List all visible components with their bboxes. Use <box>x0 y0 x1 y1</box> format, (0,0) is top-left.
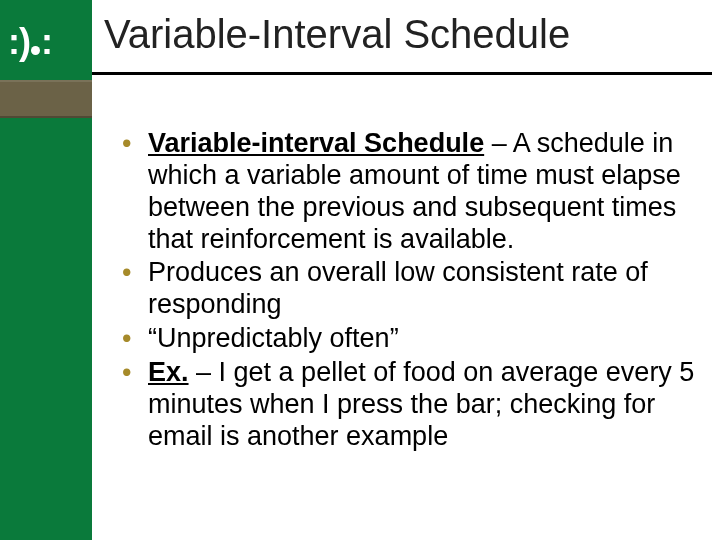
bullet-text: I get a pellet of food on average every … <box>148 357 694 451</box>
bullet-item: Ex. – I get a pellet of food on average … <box>120 357 700 453</box>
bullet-sep: – <box>484 128 513 158</box>
bullet-term: Ex. <box>148 357 189 387</box>
paren-icon: ) <box>19 21 30 62</box>
bullet-sep: – <box>189 357 219 387</box>
colon-icon: : <box>41 21 52 62</box>
slide-body: Variable-interval Schedule – A schedule … <box>120 128 700 455</box>
bullet-term: Variable-interval Schedule <box>148 128 484 158</box>
bullet-item: Produces an overall low consistent rate … <box>120 257 700 321</box>
bullet-text: “Unpredictably often” <box>148 323 399 353</box>
bullet-text: Produces an overall low consistent rate … <box>148 257 648 319</box>
title-rule <box>92 72 712 75</box>
logo-smiley: :): <box>8 24 52 60</box>
colon-icon: : <box>8 21 19 62</box>
sidebar-accent <box>0 80 92 118</box>
slide-title: Variable-Interval Schedule <box>104 12 570 57</box>
slide: :): Variable-Interval Schedule Variable-… <box>0 0 720 540</box>
bullet-item: “Unpredictably often” <box>120 323 700 355</box>
dot-icon <box>31 46 40 55</box>
bullet-item: Variable-interval Schedule – A schedule … <box>120 128 700 255</box>
